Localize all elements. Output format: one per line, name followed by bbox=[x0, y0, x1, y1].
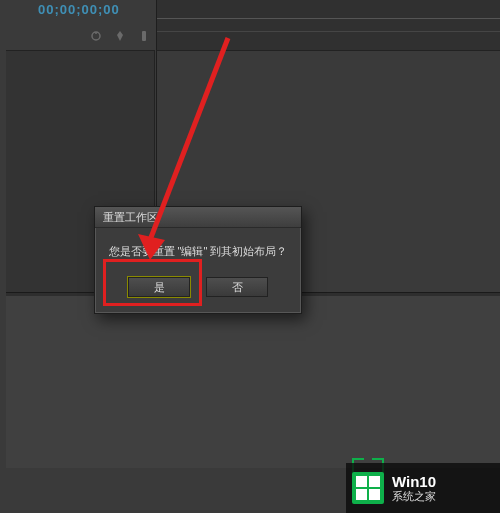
dialog-body: 您是否要重置 "编辑" 到其初始布局？ 是 否 bbox=[95, 228, 301, 313]
timeline-header-icons bbox=[90, 30, 150, 42]
app-window: 00;00;00;00 重置工作区 您是否要重置 "编辑" 到其初始布局？ 是 … bbox=[0, 0, 500, 513]
wrench-icon[interactable] bbox=[138, 30, 150, 42]
timeline-header: 00;00;00;00 bbox=[6, 0, 154, 50]
snap-icon[interactable] bbox=[90, 30, 102, 42]
dialog-titlebar[interactable]: 重置工作区 bbox=[95, 207, 301, 228]
watermark: Win10 系统之家 bbox=[346, 463, 500, 513]
reset-workspace-dialog: 重置工作区 您是否要重置 "编辑" 到其初始布局？ 是 否 bbox=[94, 206, 302, 314]
svg-rect-1 bbox=[142, 31, 146, 41]
watermark-text: Win10 系统之家 bbox=[392, 473, 436, 503]
watermark-line1: Win10 bbox=[392, 473, 436, 490]
timeline-ruler-panel bbox=[156, 0, 500, 50]
dialog-button-row: 是 否 bbox=[107, 277, 289, 297]
windows-logo-icon bbox=[352, 472, 384, 504]
lower-panel bbox=[6, 296, 500, 468]
timecode-display[interactable]: 00;00;00;00 bbox=[38, 2, 120, 17]
yes-button[interactable]: 是 bbox=[128, 277, 190, 297]
watermark-line2: 系统之家 bbox=[392, 490, 436, 503]
marker-icon[interactable] bbox=[114, 30, 126, 42]
timeline-ruler[interactable] bbox=[157, 18, 500, 32]
dialog-message: 您是否要重置 "编辑" 到其初始布局？ bbox=[107, 244, 289, 259]
no-button[interactable]: 否 bbox=[206, 277, 268, 297]
